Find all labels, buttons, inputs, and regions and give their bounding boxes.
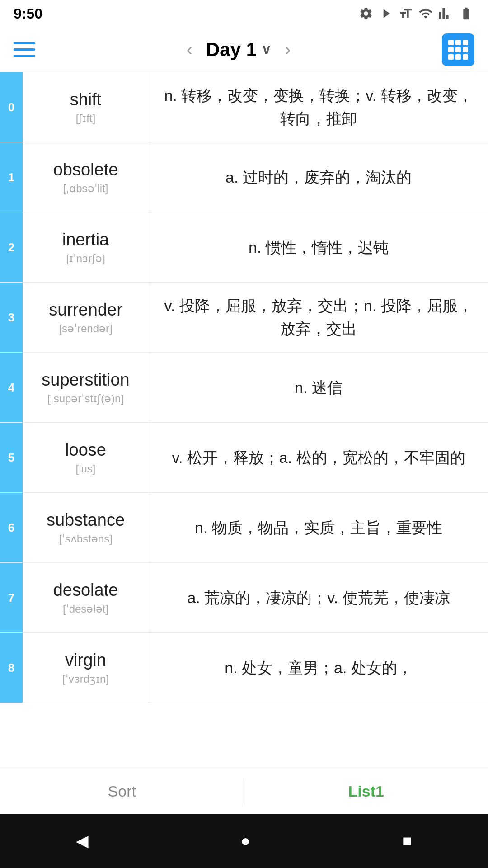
signal-icon	[438, 6, 453, 21]
font-icon	[399, 6, 413, 21]
status-time: 9:50	[14, 5, 42, 22]
navbar: ‹ Day 1 ∨ ›	[0, 27, 488, 72]
table-row[interactable]: 3surrender[səˈrendər]v. 投降，屈服，放弃，交出；n. 投…	[0, 283, 488, 353]
status-left: 9:50	[14, 5, 42, 22]
word-phonetic: [lus]	[75, 462, 95, 475]
gear-icon	[359, 6, 373, 21]
word-english: surrender	[49, 300, 122, 320]
word-phonetic: [ɪˈnɜrʃə]	[66, 252, 105, 265]
word-phonetic: [ˌɑbsəˈlit]	[63, 182, 108, 195]
table-row[interactable]: 6substance[ˈsʌbstəns]n. 物质，物品，实质，主旨，重要性	[0, 493, 488, 563]
row-word: obsolete[ˌɑbsəˈlit]	[23, 142, 149, 212]
sort-tab[interactable]: Sort	[0, 769, 244, 814]
table-row[interactable]: 7desolate[ˈdesələt]a. 荒凉的，凄凉的；v. 使荒芜，使凄凉	[0, 563, 488, 633]
battery-icon	[458, 6, 474, 21]
prev-button[interactable]: ‹	[182, 35, 197, 64]
row-index: 4	[0, 353, 23, 422]
word-english: superstition	[42, 370, 129, 390]
row-word: shift[ʃɪft]	[23, 72, 149, 142]
nav-controls: ‹ Day 1 ∨ ›	[182, 35, 296, 64]
wifi-icon	[418, 6, 433, 21]
row-index: 2	[0, 212, 23, 282]
row-definition: a. 过时的，废弃的，淘汰的	[149, 142, 488, 212]
row-definition: n. 转移，改变，变换，转换；v. 转移，改变，转向，推卸	[149, 72, 488, 142]
row-word: virgin[ˈvɜrdʒɪn]	[23, 633, 149, 703]
menu-icon[interactable]	[14, 42, 35, 57]
table-row[interactable]: 2inertia[ɪˈnɜrʃə]n. 惯性，惰性，迟钝	[0, 212, 488, 283]
row-definition: n. 迷信	[149, 353, 488, 422]
row-definition: n. 惯性，惰性，迟钝	[149, 212, 488, 282]
next-button[interactable]: ›	[280, 35, 295, 64]
word-phonetic: [ˈdesələt]	[63, 603, 108, 615]
row-word: superstition[ˌsupərˈstɪʃ(ə)n]	[23, 353, 149, 422]
row-index: 8	[0, 633, 23, 703]
recent-button[interactable]: ■	[402, 831, 412, 850]
word-english: shift	[70, 90, 102, 109]
status-bar: 9:50	[0, 0, 488, 27]
word-english: virgin	[65, 651, 106, 670]
row-definition: n. 处女，童男；a. 处女的，	[149, 633, 488, 703]
word-phonetic: [ˈsʌbstəns]	[59, 533, 113, 545]
row-definition: v. 投降，屈服，放弃，交出；n. 投降，屈服，放弃，交出	[149, 283, 488, 352]
row-index: 0	[0, 72, 23, 142]
grid-view-button[interactable]	[442, 33, 474, 66]
chevron-down-icon[interactable]: ∨	[261, 42, 271, 57]
word-english: substance	[47, 510, 125, 530]
row-word: loose[lus]	[23, 423, 149, 492]
word-phonetic: [ʃɪft]	[76, 112, 96, 125]
row-word: desolate[ˈdesələt]	[23, 563, 149, 632]
row-definition: v. 松开，释放；a. 松的，宽松的，不牢固的	[149, 423, 488, 492]
table-row[interactable]: 4superstition[ˌsupərˈstɪʃ(ə)n]n. 迷信	[0, 353, 488, 423]
status-right	[359, 6, 474, 21]
word-phonetic: [ˈvɜrdʒɪn]	[62, 673, 109, 685]
row-index: 3	[0, 283, 23, 352]
table-row[interactable]: 5loose[lus]v. 松开，释放；a. 松的，宽松的，不牢固的	[0, 423, 488, 493]
list1-tab[interactable]: List1	[244, 769, 488, 814]
word-phonetic: [səˈrendər]	[59, 322, 112, 335]
android-nav: ◀ ● ■	[0, 814, 488, 868]
table-row[interactable]: 1obsolete[ˌɑbsəˈlit]a. 过时的，废弃的，淘汰的	[0, 142, 488, 212]
row-index: 1	[0, 142, 23, 212]
bottom-tabs: Sort List1	[0, 769, 488, 814]
word-english: inertia	[62, 230, 109, 250]
row-definition: n. 物质，物品，实质，主旨，重要性	[149, 493, 488, 562]
grid-icon	[448, 40, 468, 60]
play-icon	[379, 6, 393, 21]
word-phonetic: [ˌsupərˈstɪʃ(ə)n]	[47, 392, 124, 405]
word-english: loose	[65, 440, 106, 460]
row-word: surrender[səˈrendər]	[23, 283, 149, 352]
table-row[interactable]: 8virgin[ˈvɜrdʒɪn]n. 处女，童男；a. 处女的，	[0, 633, 488, 703]
row-index: 5	[0, 423, 23, 492]
row-index: 7	[0, 563, 23, 632]
row-word: substance[ˈsʌbstəns]	[23, 493, 149, 562]
home-button[interactable]: ●	[240, 831, 250, 850]
word-english: desolate	[53, 580, 118, 600]
back-button[interactable]: ◀	[76, 831, 89, 850]
row-definition: a. 荒凉的，凄凉的；v. 使荒芜，使凄凉	[149, 563, 488, 632]
row-index: 6	[0, 493, 23, 562]
nav-title: Day 1 ∨	[206, 39, 271, 61]
word-english: obsolete	[53, 160, 118, 179]
row-word: inertia[ɪˈnɜrʃə]	[23, 212, 149, 282]
table-row[interactable]: 0shift[ʃɪft]n. 转移，改变，变换，转换；v. 转移，改变，转向，推…	[0, 72, 488, 142]
word-list: 0shift[ʃɪft]n. 转移，改变，变换，转换；v. 转移，改变，转向，推…	[0, 72, 488, 703]
